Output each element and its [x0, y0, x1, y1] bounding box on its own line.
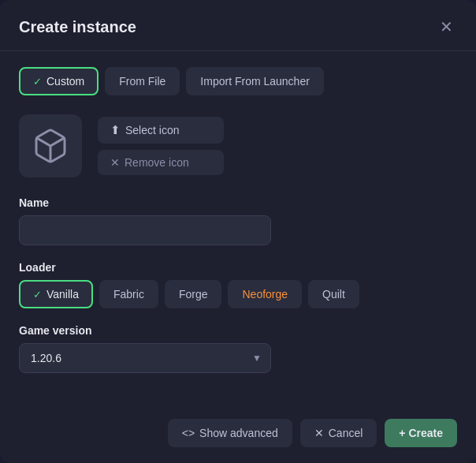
create-instance-dialog: Create instance ✕ ✓ Custom From File Imp… — [0, 0, 476, 463]
upload-icon: ⬆ — [110, 123, 121, 137]
tab-from-file[interactable]: From File — [105, 67, 180, 95]
loader-vanilla[interactable]: ✓ Vanilla — [19, 280, 93, 308]
icon-actions: ⬆ Select icon ✕ Remove icon — [98, 117, 224, 175]
loader-forge-label: Forge — [179, 288, 208, 301]
loader-fabric-label: Fabric — [113, 288, 144, 301]
tab-import-launcher[interactable]: Import From Launcher — [186, 67, 324, 95]
cancel-x-icon: ✕ — [314, 427, 324, 439]
loader-quilt[interactable]: Quilt — [308, 280, 359, 308]
loader-field-group: Loader ✓ Vanilla Fabric Forge Neoforge Q… — [19, 261, 457, 308]
loader-buttons: ✓ Vanilla Fabric Forge Neoforge Quilt — [19, 280, 457, 308]
icon-preview — [19, 114, 82, 177]
tab-custom[interactable]: ✓ Custom — [19, 67, 99, 95]
game-version-select[interactable]: 1.20.6 1.20.4 1.20.2 1.20.1 1.19.4 — [19, 343, 271, 373]
tab-custom-label: Custom — [46, 75, 84, 88]
loader-vanilla-label: Vanilla — [46, 288, 79, 301]
dialog-footer: <> Show advanced ✕ Cancel + Create — [0, 406, 476, 463]
show-advanced-label: Show advanced — [199, 427, 278, 439]
loader-fabric[interactable]: Fabric — [99, 280, 158, 308]
tab-from-file-label: From File — [119, 75, 165, 88]
close-button[interactable]: ✕ — [435, 16, 457, 38]
dialog-header: Create instance ✕ — [0, 0, 476, 50]
dialog-body: ✓ Custom From File Import From Launcher — [0, 67, 476, 400]
box-icon — [32, 127, 69, 165]
loader-neoforge[interactable]: Neoforge — [228, 280, 302, 308]
remove-icon-label: Remove icon — [125, 156, 189, 169]
show-advanced-button[interactable]: <> Show advanced — [168, 419, 292, 447]
loader-quilt-label: Quilt — [322, 288, 345, 301]
icon-section: ⬆ Select icon ✕ Remove icon — [19, 114, 457, 177]
loader-neoforge-label: Neoforge — [242, 288, 288, 301]
game-version-label: Game version — [19, 324, 457, 337]
name-field-group: Name — [19, 196, 457, 245]
dialog-title: Create instance — [19, 18, 136, 36]
tab-import-launcher-label: Import From Launcher — [200, 75, 310, 88]
loader-forge[interactable]: Forge — [165, 280, 222, 308]
create-button[interactable]: + Create — [385, 419, 457, 447]
remove-icon-button[interactable]: ✕ Remove icon — [98, 150, 224, 175]
game-version-field-group: Game version 1.20.6 1.20.4 1.20.2 1.20.1… — [19, 324, 457, 373]
name-label: Name — [19, 196, 457, 209]
name-input[interactable] — [19, 215, 271, 245]
create-label: + Create — [399, 427, 443, 439]
cancel-label: Cancel — [329, 427, 363, 439]
instance-type-tabs: ✓ Custom From File Import From Launcher — [19, 67, 457, 95]
loader-label: Loader — [19, 261, 457, 274]
x-icon: ✕ — [110, 156, 120, 169]
cancel-button[interactable]: ✕ Cancel — [300, 419, 377, 447]
header-divider — [0, 50, 476, 51]
select-icon-label: Select icon — [125, 124, 179, 136]
code-icon: <> — [182, 427, 195, 439]
version-select-wrapper: 1.20.6 1.20.4 1.20.2 1.20.1 1.19.4 ▼ — [19, 343, 271, 373]
select-icon-button[interactable]: ⬆ Select icon — [98, 117, 224, 144]
check-icon: ✓ — [33, 76, 42, 88]
vanilla-check-icon: ✓ — [33, 289, 42, 301]
